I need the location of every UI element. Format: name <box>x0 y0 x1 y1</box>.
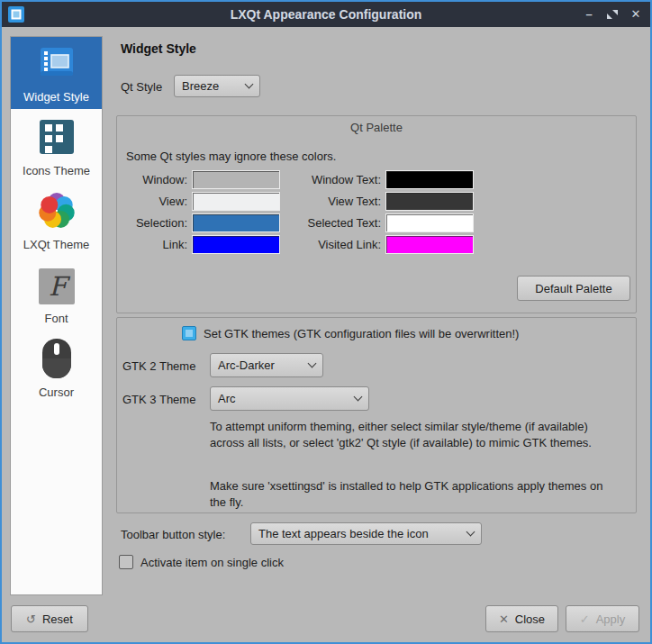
widget-style-icon <box>35 41 78 85</box>
qt-style-select[interactable]: Breeze <box>174 75 260 97</box>
qt-palette-title: Qt Palette <box>117 121 636 134</box>
sidebar-item-label: Icons Theme <box>23 164 90 177</box>
single-click-checkbox-row[interactable]: Activate item on single click <box>119 555 284 569</box>
qt-style-value: Breeze <box>182 79 219 93</box>
qt-palette-grid: Window: Window Text: View: View Text: Se… <box>124 170 474 254</box>
link-color-swatch[interactable] <box>192 235 280 254</box>
page-title: Widget Style <box>121 41 196 56</box>
gtk-groupbox: Set GTK themes (GTK configuration files … <box>116 317 637 513</box>
sidebar-item-label: LXQt Theme <box>23 238 89 251</box>
set-gtk-themes-checkbox[interactable] <box>182 326 196 340</box>
single-click-label: Activate item on single click <box>140 556 284 569</box>
minimize-icon[interactable]: – <box>582 7 596 22</box>
palette-label: View Text: <box>285 195 381 208</box>
gtk-theming-note: To attempt uniform theming, either selec… <box>210 419 617 451</box>
font-icon: F <box>39 268 75 304</box>
sidebar-item-widget-style[interactable]: Widget Style <box>11 37 102 109</box>
view-text-color-swatch[interactable] <box>385 192 474 211</box>
restore-icon[interactable] <box>605 7 620 22</box>
toolbar-style-select[interactable]: The text appears beside the icon <box>250 522 482 545</box>
toolbar-style-value: The text appears beside the icon <box>258 527 429 540</box>
icons-theme-icon <box>35 115 78 159</box>
window-body: Widget Style Icons Theme <box>4 27 648 640</box>
sidebar-item-lxqt-theme[interactable]: LXQt Theme <box>11 185 102 257</box>
single-click-checkbox[interactable] <box>119 555 133 569</box>
checkmark-icon: ✓ <box>580 612 590 626</box>
qt-style-label: Qt Style <box>121 80 162 94</box>
gtk3-theme-value: Arc <box>218 392 236 405</box>
sidebar: Widget Style Icons Theme <box>10 36 103 595</box>
sidebar-item-label: Widget Style <box>23 90 89 104</box>
chevron-down-icon <box>308 359 317 368</box>
selection-color-swatch[interactable] <box>192 213 280 232</box>
sidebar-item-font[interactable]: F Font <box>11 259 102 331</box>
close-icon[interactable]: ✕ <box>629 7 643 22</box>
palette-label: Visited Link: <box>285 238 381 251</box>
view-color-swatch[interactable] <box>192 192 280 211</box>
palette-label: Window Text: <box>285 173 381 186</box>
app-icon <box>8 6 24 23</box>
sidebar-item-label: Cursor <box>39 385 74 399</box>
gtk3-theme-label: GTK 3 Theme <box>122 393 195 406</box>
sidebar-item-icons-theme[interactable]: Icons Theme <box>11 111 102 183</box>
close-button[interactable]: ✕ Close <box>485 605 558 632</box>
palette-label: View: <box>124 195 187 208</box>
gtk2-theme-label: GTK 2 Theme <box>122 359 195 373</box>
qt-palette-groupbox: Qt Palette Some Qt styles may ignore the… <box>116 115 637 313</box>
window-color-swatch[interactable] <box>192 170 280 189</box>
reset-button[interactable]: ↺ Reset <box>11 605 88 632</box>
qt-palette-note: Some Qt styles may ignore these colors. <box>126 150 336 163</box>
set-gtk-themes-label: Set GTK themes (GTK configuration files … <box>204 327 519 340</box>
selected-text-color-swatch[interactable] <box>385 213 474 232</box>
palette-label: Link: <box>124 238 187 251</box>
appearance-window: LXQt Appearance Configuration – ✕ <box>0 0 652 644</box>
chevron-down-icon <box>354 393 363 402</box>
lxqt-theme-icon <box>35 189 78 232</box>
palette-label: Selected Text: <box>285 216 381 230</box>
window-controls: – ✕ <box>582 2 643 27</box>
close-x-icon: ✕ <box>499 612 509 626</box>
titlebar: LXQt Appearance Configuration – ✕ <box>2 2 650 27</box>
cursor-icon <box>35 337 78 380</box>
chevron-down-icon <box>245 80 254 89</box>
gtk3-theme-select[interactable]: Arc <box>210 386 369 411</box>
default-palette-button[interactable]: Default Palette <box>517 276 630 301</box>
window-title: LXQt Appearance Configuration <box>2 7 650 22</box>
toolbar-style-label: Toolbar button style: <box>121 528 225 541</box>
gtk2-theme-value: Arc-Darker <box>218 358 275 372</box>
set-gtk-themes-checkbox-row[interactable]: Set GTK themes (GTK configuration files … <box>182 326 519 340</box>
apply-button[interactable]: ✓ Apply <box>566 605 639 632</box>
chevron-down-icon <box>466 528 475 537</box>
gtk-xsettingsd-note: Make sure 'xsettingsd' is installed to h… <box>210 478 617 511</box>
sidebar-item-label: Font <box>44 312 68 325</box>
visited-link-color-swatch[interactable] <box>385 235 474 254</box>
gtk2-theme-select[interactable]: Arc-Darker <box>210 353 323 377</box>
palette-label: Window: <box>124 173 187 186</box>
sidebar-item-cursor[interactable]: Cursor <box>11 332 102 404</box>
window-text-color-swatch[interactable] <box>385 170 474 189</box>
palette-label: Selection: <box>124 216 187 230</box>
undo-icon: ↺ <box>26 612 36 626</box>
